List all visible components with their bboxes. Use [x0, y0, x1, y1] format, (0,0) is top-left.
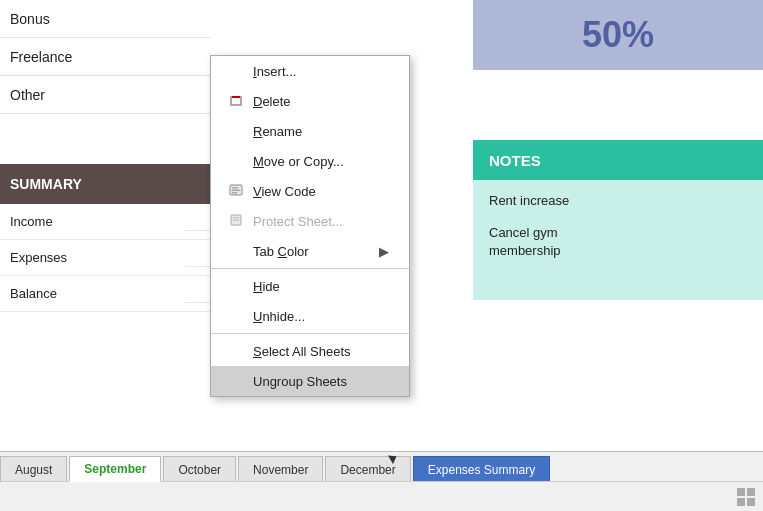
delete-sheet-icon [227, 92, 245, 110]
menu-item-unhide[interactable]: Unhide... [211, 301, 409, 331]
svg-rect-10 [233, 217, 239, 219]
menu-label-ungroup-sheets: Ungroup Sheets [253, 374, 347, 389]
svg-rect-7 [232, 190, 240, 192]
tab-august[interactable]: August [0, 456, 67, 482]
menu-item-hide[interactable]: Hide [211, 271, 409, 301]
row-expenses: Expenses [0, 240, 210, 276]
tab-label-december: December [340, 463, 395, 477]
tab-september[interactable]: September [69, 456, 161, 482]
submenu-arrow-icon: ▶ [379, 244, 389, 259]
menu-icon-placeholder-tab-color [227, 242, 245, 260]
svg-rect-8 [232, 192, 237, 194]
menu-item-select-all-sheets[interactable]: Select All Sheets [211, 336, 409, 366]
menu-item-view-code[interactable]: View Code [211, 176, 409, 206]
menu-icon-placeholder-select-all-sheets [227, 342, 245, 360]
context-menu[interactable]: Insert...DeleteRenameMove or Copy...View… [210, 55, 410, 397]
menu-separator-before-select [211, 333, 409, 334]
row-freelance: Freelance [0, 38, 210, 76]
row-bonus: Bonus [0, 0, 210, 38]
menu-item-protect-sheet: Protect Sheet... [211, 206, 409, 236]
menu-label-move-copy: Move or Copy... [253, 154, 344, 169]
svg-rect-4 [232, 98, 240, 104]
menu-label-hide: Hide [253, 279, 280, 294]
menu-icon-placeholder-rename [227, 122, 245, 140]
menu-item-rename[interactable]: Rename [211, 116, 409, 146]
grid-view-icon[interactable] [737, 488, 755, 506]
menu-item-ungroup-sheets[interactable]: Ungroup Sheets [211, 366, 409, 396]
menu-label-rename: Rename [253, 124, 302, 139]
menu-icon-placeholder-insert [227, 62, 245, 80]
notes-header: NOTES [473, 140, 763, 180]
tab-october[interactable]: October [163, 456, 236, 482]
tab-november[interactable]: November [238, 456, 323, 482]
right-panel: 50% NOTES Rent increase Cancel gymmember… [473, 0, 763, 440]
menu-label-view-code: View Code [253, 184, 316, 199]
row-income: Income [0, 204, 210, 240]
menu-item-insert[interactable]: Insert... [211, 56, 409, 86]
menu-separator-7 [211, 268, 409, 269]
menu-item-delete[interactable]: Delete [211, 86, 409, 116]
menu-item-tab-color[interactable]: Tab Color▶ [211, 236, 409, 266]
summary-header: SUMMARY [0, 164, 210, 204]
row-other: Other [0, 76, 210, 114]
menu-icon-placeholder-unhide [227, 307, 245, 325]
protect-sheet-icon [227, 212, 245, 230]
tab-label-november: November [253, 463, 308, 477]
notes-body: Rent increase Cancel gymmembership [473, 180, 763, 300]
menu-label-tab-color: Tab Color [253, 244, 309, 259]
svg-rect-6 [232, 187, 238, 189]
view-code-icon [227, 182, 245, 200]
menu-item-move-copy[interactable]: Move or Copy... [211, 146, 409, 176]
percent-display: 50% [473, 0, 763, 70]
svg-rect-11 [233, 220, 239, 222]
menu-label-select-all-sheets: Select All Sheets [253, 344, 351, 359]
menu-label-protect-sheet: Protect Sheet... [253, 214, 343, 229]
menu-icon-placeholder-hide [227, 277, 245, 295]
tab-expenses-summary[interactable]: Expenses Summary [413, 456, 550, 482]
note-item-1: Rent increase [489, 192, 747, 210]
note-item-2: Cancel gymmembership [489, 224, 747, 260]
menu-icon-placeholder-ungroup-sheets [227, 372, 245, 390]
menu-label-unhide: Unhide... [253, 309, 305, 324]
tab-december[interactable]: December [325, 456, 410, 482]
status-bar [0, 481, 763, 511]
tab-label-september: September [84, 462, 146, 476]
row-balance: Balance [0, 276, 210, 312]
menu-icon-placeholder-move-copy [227, 152, 245, 170]
tab-label-october: October [178, 463, 221, 477]
left-column: Bonus Freelance Other SUMMARY Income Exp… [0, 0, 210, 440]
tab-bar: AugustSeptemberOctoberNovemberDecemberEx… [0, 451, 763, 481]
menu-label-insert: Insert... [253, 64, 296, 79]
svg-rect-3 [230, 104, 242, 106]
menu-label-delete: Delete [253, 94, 291, 109]
tab-label-august: August [15, 463, 52, 477]
tab-label-expenses-summary: Expenses Summary [428, 463, 535, 477]
